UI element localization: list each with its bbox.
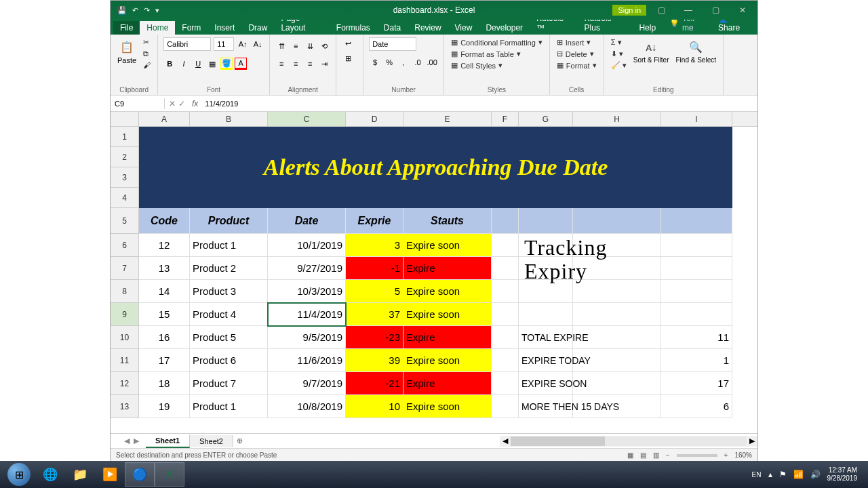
cell-G9[interactable] bbox=[519, 303, 573, 326]
comma-icon[interactable]: , bbox=[397, 56, 410, 68]
spreadsheet-grid[interactable]: ABCDEFGHI 12345678910111213 Alerts About… bbox=[111, 112, 757, 433]
tray-clock[interactable]: 12:37 AM9/28/2019 bbox=[827, 466, 858, 483]
tab-form[interactable]: Form bbox=[175, 21, 208, 35]
underline-button[interactable]: U bbox=[192, 58, 204, 70]
tab-insert[interactable]: Insert bbox=[208, 21, 241, 35]
cell-A11[interactable]: 17 bbox=[139, 349, 190, 372]
cell-G12[interactable]: EXPIRE SOON bbox=[519, 372, 573, 395]
font-size-input[interactable] bbox=[214, 37, 234, 51]
cell-B12[interactable]: Product 7 bbox=[190, 372, 268, 395]
cell-A6[interactable]: 12 bbox=[139, 234, 190, 257]
col-header-E[interactable]: E bbox=[403, 112, 492, 126]
row-header-8[interactable]: 8 bbox=[111, 280, 139, 303]
cell-G5[interactable] bbox=[519, 208, 573, 234]
cell-G10[interactable]: TOTAL EXPIRE bbox=[519, 326, 573, 349]
cell-E13[interactable]: Expire soon bbox=[403, 395, 492, 418]
close-button[interactable]: ✕ bbox=[730, 1, 755, 20]
row-header-3[interactable]: 3 bbox=[111, 167, 139, 188]
cell-I6[interactable] bbox=[661, 234, 732, 257]
cell-B5[interactable]: Product bbox=[190, 208, 268, 234]
conditional-formatting-button[interactable]: ▦ Conditional Formatting ▾ bbox=[450, 37, 544, 47]
taskbar-explorer-icon[interactable]: 📁 bbox=[65, 462, 95, 487]
wrap-text-icon[interactable]: ↩ bbox=[342, 37, 354, 49]
tab-help[interactable]: Help bbox=[632, 21, 663, 35]
tray-lang[interactable]: EN bbox=[752, 471, 762, 479]
zoom-out-icon[interactable]: − bbox=[666, 451, 670, 459]
format-painter-button[interactable]: 🖌 bbox=[142, 60, 152, 70]
cell-C13[interactable]: 10/8/2019 bbox=[268, 395, 346, 418]
fx-icon[interactable]: fx bbox=[189, 99, 201, 108]
cell-I12[interactable]: 17 bbox=[661, 372, 732, 395]
cell-B9[interactable]: Product 4 bbox=[190, 303, 268, 326]
cell-F10[interactable] bbox=[492, 326, 519, 349]
cell-A7[interactable]: 13 bbox=[139, 257, 190, 280]
tab-review[interactable]: Review bbox=[408, 21, 448, 35]
enter-formula-icon[interactable]: ✓ bbox=[178, 99, 185, 108]
cell-D5[interactable]: Exprie bbox=[346, 208, 403, 234]
insert-cells-button[interactable]: ⊞ Insert ▾ bbox=[555, 37, 598, 47]
row-header-6[interactable]: 6 bbox=[111, 234, 139, 257]
percent-icon[interactable]: % bbox=[383, 56, 395, 68]
minimize-button[interactable]: ― bbox=[676, 1, 701, 20]
fill-button[interactable]: ⬇ ▾ bbox=[610, 49, 628, 59]
cell-H10[interactable] bbox=[573, 326, 661, 349]
cell-A13[interactable]: 19 bbox=[139, 395, 190, 418]
cell-C11[interactable]: 11/6/2019 bbox=[268, 349, 346, 372]
cell-G11[interactable]: EXPIRE TODAY bbox=[519, 349, 573, 372]
cell-D9[interactable]: 37 bbox=[346, 303, 403, 326]
decrease-decimal-icon[interactable]: .00 bbox=[426, 56, 438, 68]
orientation-icon[interactable]: ⟲ bbox=[318, 40, 330, 52]
delete-cells-button[interactable]: ⊟ Delete ▾ bbox=[555, 49, 598, 59]
taskbar-media-icon[interactable]: ▶️ bbox=[95, 462, 125, 487]
cell-D13[interactable]: 10 bbox=[346, 395, 403, 418]
cell-E12[interactable]: Expire bbox=[403, 372, 492, 395]
col-header-I[interactable]: I bbox=[661, 112, 732, 126]
qat-more-icon[interactable]: ▾ bbox=[155, 6, 159, 15]
cell-F9[interactable] bbox=[492, 303, 519, 326]
align-top-icon[interactable]: ⇈ bbox=[275, 40, 288, 52]
format-cells-button[interactable]: ▦ Format ▾ bbox=[555, 60, 598, 70]
tab-draw[interactable]: Draw bbox=[241, 21, 274, 35]
redo-icon[interactable]: ↷ bbox=[144, 6, 150, 15]
col-header-C[interactable]: C bbox=[268, 112, 346, 126]
cell-A9[interactable]: 15 bbox=[139, 303, 190, 326]
cell-I10[interactable]: 11 bbox=[661, 326, 732, 349]
cell-B13[interactable]: Product 1 bbox=[190, 395, 268, 418]
cell-F7[interactable] bbox=[492, 257, 519, 280]
row-header-9[interactable]: 9 bbox=[111, 303, 139, 326]
number-format-select[interactable] bbox=[369, 37, 416, 51]
sheet-tab-1[interactable]: Sheet1 bbox=[146, 434, 190, 448]
align-bottom-icon[interactable]: ⇊ bbox=[304, 40, 316, 52]
cell-H11[interactable] bbox=[573, 349, 661, 372]
merge-icon[interactable]: ⊞ bbox=[342, 52, 354, 64]
cell-B10[interactable]: Product 5 bbox=[190, 326, 268, 349]
sheet-nav-next-icon[interactable]: ▶ bbox=[134, 436, 139, 445]
align-right-icon[interactable]: ≡ bbox=[304, 58, 316, 70]
sheet-tab-2[interactable]: Sheet2 bbox=[190, 435, 233, 447]
align-middle-icon[interactable]: ≡ bbox=[290, 40, 302, 52]
increase-decimal-icon[interactable]: .0 bbox=[412, 56, 424, 68]
row-header-4[interactable]: 4 bbox=[111, 188, 139, 208]
cell-B7[interactable]: Product 2 bbox=[190, 257, 268, 280]
view-page-icon[interactable]: ▤ bbox=[640, 451, 646, 459]
cell-E7[interactable]: Expire bbox=[403, 257, 492, 280]
view-normal-icon[interactable]: ▦ bbox=[627, 451, 633, 459]
find-select-button[interactable]: 🔍Find & Select bbox=[675, 37, 717, 65]
cell-I7[interactable] bbox=[661, 257, 732, 280]
align-center-icon[interactable]: ≡ bbox=[290, 58, 302, 70]
align-left-icon[interactable]: ≡ bbox=[275, 58, 288, 70]
formula-bar[interactable]: 11/4/2019 bbox=[201, 98, 757, 109]
cell-D11[interactable]: 39 bbox=[346, 349, 403, 372]
taskbar-excel-icon[interactable]: X bbox=[155, 462, 184, 487]
tray-up-icon[interactable]: ▴ bbox=[768, 470, 772, 479]
row-header-2[interactable]: 2 bbox=[111, 147, 139, 167]
cell-D6[interactable]: 3 bbox=[346, 234, 403, 257]
cell-B6[interactable]: Product 1 bbox=[190, 234, 268, 257]
paste-button[interactable]: 📋Paste bbox=[116, 37, 138, 66]
tray-volume-icon[interactable]: 🔊 bbox=[810, 470, 821, 479]
ribbon-options-icon[interactable]: ▢ bbox=[649, 1, 673, 20]
cell-H13[interactable] bbox=[573, 395, 661, 418]
sort-filter-button[interactable]: ᴀ↓Sort & Filter bbox=[632, 37, 671, 65]
tab-home[interactable]: Home bbox=[140, 21, 175, 35]
cell-E8[interactable]: Expire soon bbox=[403, 280, 492, 303]
